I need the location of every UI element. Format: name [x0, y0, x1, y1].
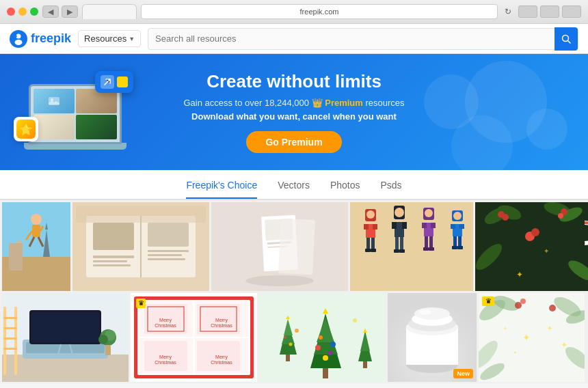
svg-rect-52: [392, 222, 397, 229]
svg-text:Christmas: Christmas: [211, 360, 232, 365]
minimize-button[interactable]: [18, 8, 27, 16]
subtitle-suffix-text: resources: [366, 98, 405, 108]
toolbar-icon-1[interactable]: [518, 5, 537, 18]
living-room-photo: [2, 293, 129, 382]
svg-rect-107: [105, 345, 111, 355]
grid-item-2[interactable]: [72, 202, 209, 291]
svg-text:Merry: Merry: [215, 318, 228, 323]
svg-text:✦: ✦: [561, 340, 567, 350]
svg-rect-61: [422, 223, 427, 228]
resources-label: Resources: [84, 33, 126, 44]
subtitle-prefix: Gain access to over 18,244,000: [183, 98, 309, 108]
grid-item-6[interactable]: [2, 293, 129, 382]
grid-item-5[interactable]: ✦ ✦: [475, 202, 588, 291]
grid-item-1[interactable]: [2, 202, 70, 291]
svg-text:♛: ♛: [485, 297, 492, 305]
toolbar-icons: [518, 5, 581, 18]
jump-photo: [2, 202, 70, 291]
star-sticker: ⭐: [16, 120, 36, 139]
grid-item-8[interactable]: [259, 293, 386, 382]
svg-text:✦: ✦: [516, 270, 523, 279]
svg-rect-30: [148, 258, 185, 260]
grid-item-9[interactable]: New: [388, 293, 477, 382]
grid-item-10[interactable]: ✦ ✦ ✦ ✦ ✦ ♛: [479, 293, 585, 382]
svg-rect-29: [148, 254, 182, 256]
svg-rect-57: [399, 249, 405, 253]
floating-card: [95, 71, 133, 93]
grid-item-4[interactable]: [350, 202, 473, 291]
svg-rect-102: [3, 317, 17, 319]
laptop-screen: [29, 84, 122, 144]
svg-point-50: [395, 208, 404, 217]
close-button[interactable]: [7, 8, 15, 16]
svg-point-150: [319, 335, 323, 340]
svg-rect-54: [395, 237, 399, 251]
tab-photos[interactable]: Photos: [330, 180, 360, 199]
svg-rect-53: [402, 222, 407, 229]
tab-area: [82, 4, 137, 19]
sticker-icon: ⭐: [14, 117, 38, 141]
svg-point-149: [323, 355, 328, 361]
svg-rect-43: [364, 224, 369, 230]
svg-rect-48: [371, 249, 376, 252]
botanical-photo: ✦ ✦: [475, 202, 588, 291]
go-premium-button[interactable]: Go Premium: [246, 131, 341, 153]
toolbar-icon-3[interactable]: [562, 5, 581, 18]
svg-rect-15: [32, 225, 40, 237]
svg-rect-31: [76, 206, 206, 223]
tab-vectors[interactable]: Vectors: [278, 180, 310, 199]
svg-point-151: [328, 351, 332, 355]
svg-rect-105: [3, 348, 17, 350]
svg-rect-156: [363, 361, 367, 368]
nav-buttons: ◀ ▶: [42, 5, 78, 18]
svg-rect-63: [425, 236, 428, 249]
svg-point-148: [330, 342, 336, 347]
hero-left-illustration: ⭐: [0, 54, 150, 170]
svg-point-41: [366, 210, 375, 219]
address-bar[interactable]: freepik.com: [141, 4, 498, 19]
svg-rect-65: [423, 247, 429, 251]
svg-text:✦: ✦: [547, 324, 552, 332]
forward-button[interactable]: ▶: [62, 5, 78, 18]
svg-point-59: [425, 209, 433, 217]
svg-rect-55: [400, 237, 403, 251]
back-button[interactable]: ◀: [42, 5, 59, 18]
floating-card-icon: [101, 75, 114, 89]
svg-point-14: [31, 214, 42, 225]
toolbar-icon-2[interactable]: [540, 5, 559, 18]
screen-image-1: [34, 89, 75, 113]
search-input[interactable]: [155, 33, 554, 44]
svg-text:✦: ✦: [544, 247, 549, 255]
svg-rect-46: [371, 238, 375, 250]
screen-image-4: [76, 115, 117, 139]
browser-chrome: ◀ ▶ freepik.com ↻: [0, 0, 588, 24]
browser-tab[interactable]: [82, 4, 137, 19]
magazine-photo: [72, 202, 209, 291]
svg-rect-97: [31, 312, 99, 342]
tab-psds[interactable]: Psds: [381, 180, 402, 199]
premium-text: Premium: [325, 98, 363, 108]
grid-item-3[interactable]: [211, 202, 348, 291]
svg-point-173: [515, 302, 522, 309]
svg-text:✦: ✦: [522, 332, 531, 343]
svg-point-3: [16, 36, 17, 37]
svg-text:Christmas: Christmas: [155, 323, 176, 328]
svg-text:Merry: Merry: [159, 355, 172, 360]
svg-rect-10: [9, 243, 23, 271]
image-grid-row-2: Merry Christmas Merry Christmas Merry Ch…: [0, 292, 588, 385]
tab-freepiks-choice[interactable]: Freepik's Choice: [186, 180, 257, 199]
reload-button[interactable]: ↻: [502, 5, 514, 18]
grid-item-7[interactable]: Merry Christmas Merry Christmas Merry Ch…: [131, 293, 257, 382]
search-button[interactable]: [554, 27, 578, 51]
svg-point-2: [15, 40, 23, 45]
maximize-button[interactable]: [30, 8, 38, 16]
hero-content: Create without limits Gain access to ove…: [183, 71, 404, 153]
logo-area: freepik: [10, 30, 71, 48]
svg-rect-24: [93, 255, 134, 258]
resources-dropdown[interactable]: Resources ▼: [78, 30, 141, 47]
svg-point-0: [10, 30, 27, 48]
freepik-logo-icon: [10, 30, 27, 48]
screen-image-3: [34, 115, 75, 139]
hero-title: Create without limits: [183, 71, 404, 92]
svg-rect-66: [429, 247, 434, 251]
